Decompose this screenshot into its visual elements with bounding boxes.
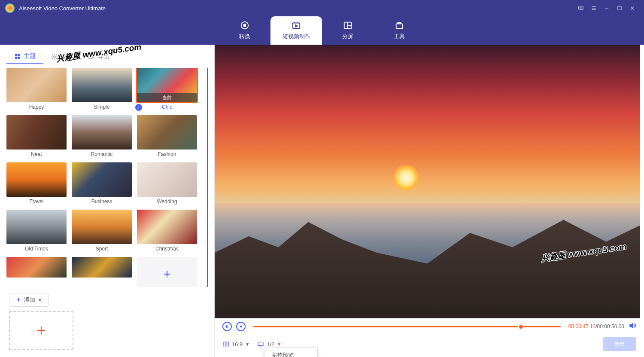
svg-point-12 <box>243 24 246 27</box>
svg-rect-20 <box>396 24 403 28</box>
theme-item[interactable] <box>72 257 132 287</box>
svg-rect-21 <box>398 23 401 24</box>
app-logo <box>5 3 15 13</box>
theme-item[interactable]: Fashion <box>137 115 197 157</box>
minimize-button[interactable] <box>600 2 613 15</box>
zoom-dropdown: 完整预览 1/2预览 1/4预览 1/8预览 1/16预览 了解更多>> <box>264 348 318 357</box>
theme-item[interactable] <box>6 257 67 287</box>
svg-rect-34 <box>226 325 227 328</box>
theme-thumbnail <box>72 257 132 278</box>
theme-item[interactable]: Christmas <box>137 210 197 252</box>
preview-area[interactable] <box>215 45 640 318</box>
theme-label: Fashion <box>137 151 197 157</box>
svg-point-1 <box>580 8 580 8</box>
top-nav: 转换 短视频制作 分屏 工具 <box>0 16 644 45</box>
theme-thumbnail <box>72 162 132 197</box>
player-controls: 00:00:47.13/00:00:50.00 <box>215 318 644 335</box>
theme-label: Neat <box>6 151 67 157</box>
feedback-icon[interactable] <box>574 2 587 15</box>
theme-thumbnail <box>6 210 67 244</box>
theme-thumbnail <box>6 257 67 278</box>
time-current: 00:00:47.13 <box>568 323 595 330</box>
left-panel: 主题 设置 导出 HappySimple当前ChicNeatRomanticFa… <box>0 45 215 357</box>
zoom-option-full[interactable]: 完整预览 <box>264 348 317 357</box>
add-theme-thumb[interactable] <box>137 257 197 287</box>
tab-convert-label: 转换 <box>239 33 250 40</box>
tab-tools[interactable]: 工具 <box>374 16 425 45</box>
check-icon <box>135 104 142 111</box>
theme-label: Business <box>72 198 132 204</box>
stop-button[interactable] <box>236 322 246 331</box>
subtab-theme-label: 主题 <box>24 52 36 60</box>
app-title: Aiseesoft Video Converter Ultimate <box>19 5 574 12</box>
svg-rect-24 <box>15 56 17 58</box>
svg-point-26 <box>54 56 55 58</box>
right-panel: 00:00:47.13/00:00:50.00 16:9 ▼ 1/2 ▼ 导出 … <box>215 45 644 357</box>
options-bar: 16:9 ▼ 1/2 ▼ 导出 完整预览 1/2预览 1/4预览 1/8预览 1… <box>215 335 644 357</box>
chevron-down-icon: ▼ <box>38 298 42 302</box>
theme-thumbnail <box>6 162 67 197</box>
theme-thumbnail <box>6 115 67 150</box>
theme-label: Sport <box>72 246 132 252</box>
tab-mv[interactable]: 短视频制作 <box>270 16 322 45</box>
tab-mv-label: 短视频制作 <box>283 33 310 40</box>
svg-point-3 <box>582 8 582 8</box>
theme-item[interactable]: Romantic <box>72 115 132 157</box>
maximize-button[interactable] <box>613 2 626 15</box>
tab-split-label: 分屏 <box>342 33 353 40</box>
theme-label: Simple <box>72 104 132 110</box>
theme-item[interactable]: Neat <box>6 115 67 157</box>
chevron-down-icon: ▼ <box>245 342 249 347</box>
svg-rect-25 <box>18 56 20 58</box>
titlebar: Aiseesoft Video Converter Ultimate <box>0 0 644 16</box>
svg-rect-39 <box>226 342 228 346</box>
main-area: 主题 设置 导出 HappySimple当前ChicNeatRomanticFa… <box>0 45 644 357</box>
time-total: /00:00:50.00 <box>595 323 624 330</box>
theme-thumbnail <box>72 68 132 102</box>
zoom-select[interactable]: 1/2 ▼ <box>257 341 281 348</box>
theme-thumbnail <box>137 162 197 197</box>
theme-item[interactable]: Business <box>72 162 132 204</box>
theme-label: Wedding <box>137 198 197 204</box>
zoom-value: 1/2 <box>267 341 274 348</box>
current-badge: 当前 <box>137 93 197 102</box>
theme-grid: HappySimple当前ChicNeatRomanticFashionTrav… <box>6 68 208 287</box>
theme-item[interactable]: Happy <box>6 68 67 110</box>
theme-item[interactable]: Simple <box>72 68 132 110</box>
theme-thumbnail <box>72 210 132 244</box>
theme-label: Travel <box>6 198 67 204</box>
theme-item[interactable]: Old Times <box>6 210 67 252</box>
dropzone[interactable] <box>9 311 73 350</box>
tab-convert[interactable]: 转换 <box>219 16 270 45</box>
theme-item[interactable] <box>137 257 197 287</box>
theme-item[interactable]: Sport <box>72 210 132 252</box>
export-button-label: 导出 <box>614 341 625 347</box>
progress-bar[interactable] <box>253 326 561 327</box>
theme-label: Christmas <box>137 246 197 252</box>
svg-rect-22 <box>15 54 17 56</box>
theme-item[interactable]: 当前Chic <box>137 68 197 110</box>
theme-label: Happy <box>6 104 67 110</box>
theme-label: Old Times <box>6 246 67 252</box>
close-button[interactable] <box>626 2 639 15</box>
svg-point-2 <box>580 8 581 8</box>
volume-icon[interactable] <box>629 322 636 331</box>
theme-item[interactable]: Wedding <box>137 162 197 204</box>
export-button[interactable]: 导出 <box>603 337 636 351</box>
aspect-ratio-value: 16:9 <box>232 341 243 348</box>
svg-marker-37 <box>630 323 633 328</box>
menu-icon[interactable] <box>587 2 600 15</box>
svg-marker-16 <box>295 25 298 27</box>
pause-button[interactable] <box>222 322 232 331</box>
chevron-down-icon: ▼ <box>277 342 281 347</box>
aspect-ratio-select[interactable]: 16:9 ▼ <box>222 341 249 348</box>
progress-handle[interactable] <box>518 324 524 330</box>
svg-rect-8 <box>618 6 621 10</box>
theme-item[interactable]: Travel <box>6 162 67 204</box>
tab-tools-label: 工具 <box>394 33 405 40</box>
add-button[interactable]: 添加 ▼ <box>9 293 49 307</box>
theme-thumbnail <box>137 115 197 150</box>
tab-split[interactable]: 分屏 <box>322 16 374 45</box>
time-display: 00:00:47.13/00:00:50.00 <box>568 323 624 330</box>
subtab-theme[interactable]: 主题 <box>6 50 43 64</box>
